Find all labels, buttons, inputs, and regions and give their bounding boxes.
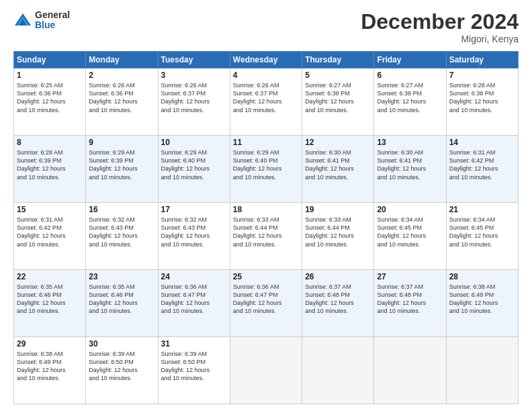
day-info: Sunrise: 6:37 AMSunset: 6:48 PMDaylight:… xyxy=(377,283,426,314)
title-area: December 2024 Migori, Kenya xyxy=(361,10,519,44)
calendar-week-row: 15 Sunrise: 6:31 AMSunset: 6:42 PMDaylig… xyxy=(14,203,519,270)
day-info: Sunrise: 6:33 AMSunset: 6:44 PMDaylight:… xyxy=(305,216,354,247)
day-number: 10 xyxy=(161,138,227,147)
day-info: Sunrise: 6:29 AMSunset: 6:40 PMDaylight:… xyxy=(233,149,282,180)
table-row: 12 Sunrise: 6:30 AMSunset: 6:41 PMDaylig… xyxy=(302,136,374,203)
table-row: 20 Sunrise: 6:34 AMSunset: 6:45 PMDaylig… xyxy=(374,203,446,270)
day-info: Sunrise: 6:36 AMSunset: 6:47 PMDaylight:… xyxy=(233,283,282,314)
day-info: Sunrise: 6:28 AMSunset: 6:39 PMDaylight:… xyxy=(17,149,66,180)
day-number: 3 xyxy=(161,71,227,80)
day-info: Sunrise: 6:26 AMSunset: 6:37 PMDaylight:… xyxy=(233,82,282,113)
table-row xyxy=(230,337,302,404)
day-info: Sunrise: 6:35 AMSunset: 6:46 PMDaylight:… xyxy=(89,283,138,314)
day-number: 24 xyxy=(161,272,227,281)
month-title: December 2024 xyxy=(361,10,519,34)
day-info: Sunrise: 6:33 AMSunset: 6:44 PMDaylight:… xyxy=(233,216,282,247)
table-row: 22 Sunrise: 6:35 AMSunset: 6:46 PMDaylig… xyxy=(14,270,86,337)
day-info: Sunrise: 6:29 AMSunset: 6:39 PMDaylight:… xyxy=(89,149,138,180)
table-row: 8 Sunrise: 6:28 AMSunset: 6:39 PMDayligh… xyxy=(14,136,86,203)
table-row: 1 Sunrise: 6:25 AMSunset: 6:36 PMDayligh… xyxy=(14,68,86,136)
day-number: 26 xyxy=(305,272,371,281)
table-row: 14 Sunrise: 6:31 AMSunset: 6:42 PMDaylig… xyxy=(446,136,518,203)
day-info: Sunrise: 6:32 AMSunset: 6:43 PMDaylight:… xyxy=(161,216,210,247)
day-info: Sunrise: 6:31 AMSunset: 6:42 PMDaylight:… xyxy=(449,149,498,180)
day-info: Sunrise: 6:36 AMSunset: 6:47 PMDaylight:… xyxy=(161,283,210,314)
table-row: 29 Sunrise: 6:38 AMSunset: 6:49 PMDaylig… xyxy=(14,337,86,404)
day-number: 30 xyxy=(89,339,154,349)
table-row: 5 Sunrise: 6:27 AMSunset: 6:38 PMDayligh… xyxy=(302,68,374,136)
day-number: 4 xyxy=(233,71,299,80)
table-row: 30 Sunrise: 6:39 AMSunset: 6:50 PMDaylig… xyxy=(86,337,158,404)
table-row: 4 Sunrise: 6:26 AMSunset: 6:37 PMDayligh… xyxy=(230,68,302,136)
day-info: Sunrise: 6:34 AMSunset: 6:45 PMDaylight:… xyxy=(377,216,426,247)
table-row: 16 Sunrise: 6:32 AMSunset: 6:43 PMDaylig… xyxy=(86,203,158,270)
table-row: 26 Sunrise: 6:37 AMSunset: 6:48 PMDaylig… xyxy=(302,270,374,337)
col-friday: Friday xyxy=(374,52,446,68)
table-row: 24 Sunrise: 6:36 AMSunset: 6:47 PMDaylig… xyxy=(158,270,230,337)
day-info: Sunrise: 6:30 AMSunset: 6:41 PMDaylight:… xyxy=(377,149,426,180)
day-number: 18 xyxy=(233,205,299,214)
day-number: 8 xyxy=(17,138,83,147)
day-number: 22 xyxy=(17,272,83,281)
day-info: Sunrise: 6:34 AMSunset: 6:45 PMDaylight:… xyxy=(449,216,498,247)
table-row xyxy=(446,337,518,404)
calendar-header-row: Sunday Monday Tuesday Wednesday Thursday… xyxy=(14,52,519,68)
day-info: Sunrise: 6:39 AMSunset: 6:50 PMDaylight:… xyxy=(161,351,210,381)
calendar-table: Sunday Monday Tuesday Wednesday Thursday… xyxy=(13,51,519,404)
table-row: 27 Sunrise: 6:37 AMSunset: 6:48 PMDaylig… xyxy=(374,270,446,337)
day-number: 7 xyxy=(449,71,515,80)
header: General Blue December 2024 Migori, Kenya xyxy=(13,10,519,44)
table-row: 11 Sunrise: 6:29 AMSunset: 6:40 PMDaylig… xyxy=(230,136,302,203)
day-info: Sunrise: 6:27 AMSunset: 6:38 PMDaylight:… xyxy=(305,82,354,113)
day-number: 29 xyxy=(17,339,83,349)
day-number: 23 xyxy=(89,272,154,281)
table-row: 10 Sunrise: 6:29 AMSunset: 6:40 PMDaylig… xyxy=(158,136,230,203)
day-number: 6 xyxy=(377,71,443,80)
table-row xyxy=(374,337,446,404)
col-sunday: Sunday xyxy=(14,52,86,68)
table-row xyxy=(302,337,374,404)
day-info: Sunrise: 6:25 AMSunset: 6:36 PMDaylight:… xyxy=(17,82,66,113)
table-row: 15 Sunrise: 6:31 AMSunset: 6:42 PMDaylig… xyxy=(14,203,86,270)
day-number: 15 xyxy=(17,205,83,214)
logo-icon xyxy=(13,11,32,30)
day-number: 16 xyxy=(89,205,154,214)
col-thursday: Thursday xyxy=(302,52,374,68)
day-number: 13 xyxy=(377,138,443,147)
logo: General Blue xyxy=(13,10,70,31)
table-row: 2 Sunrise: 6:26 AMSunset: 6:36 PMDayligh… xyxy=(86,68,158,136)
calendar-week-row: 22 Sunrise: 6:35 AMSunset: 6:46 PMDaylig… xyxy=(14,270,519,337)
day-info: Sunrise: 6:30 AMSunset: 6:41 PMDaylight:… xyxy=(305,149,354,180)
day-number: 9 xyxy=(89,138,154,147)
table-row: 7 Sunrise: 6:28 AMSunset: 6:38 PMDayligh… xyxy=(446,68,518,136)
logo-blue: Blue xyxy=(35,20,70,30)
day-number: 20 xyxy=(377,205,443,214)
table-row: 17 Sunrise: 6:32 AMSunset: 6:43 PMDaylig… xyxy=(158,203,230,270)
table-row: 31 Sunrise: 6:39 AMSunset: 6:50 PMDaylig… xyxy=(158,337,230,404)
col-wednesday: Wednesday xyxy=(230,52,302,68)
calendar-week-row: 8 Sunrise: 6:28 AMSunset: 6:39 PMDayligh… xyxy=(14,136,519,203)
day-info: Sunrise: 6:32 AMSunset: 6:43 PMDaylight:… xyxy=(89,216,138,247)
table-row: 25 Sunrise: 6:36 AMSunset: 6:47 PMDaylig… xyxy=(230,270,302,337)
day-info: Sunrise: 6:26 AMSunset: 6:37 PMDaylight:… xyxy=(161,82,210,113)
table-row: 28 Sunrise: 6:38 AMSunset: 6:49 PMDaylig… xyxy=(446,270,518,337)
day-number: 25 xyxy=(233,272,299,281)
day-number: 19 xyxy=(305,205,371,214)
day-number: 17 xyxy=(161,205,227,214)
table-row: 23 Sunrise: 6:35 AMSunset: 6:46 PMDaylig… xyxy=(86,270,158,337)
day-number: 5 xyxy=(305,71,371,80)
calendar-week-row: 1 Sunrise: 6:25 AMSunset: 6:36 PMDayligh… xyxy=(14,68,519,136)
logo-general: General xyxy=(35,10,70,20)
table-row: 6 Sunrise: 6:27 AMSunset: 6:38 PMDayligh… xyxy=(374,68,446,136)
day-info: Sunrise: 6:27 AMSunset: 6:38 PMDaylight:… xyxy=(377,82,426,113)
calendar-week-row: 29 Sunrise: 6:38 AMSunset: 6:49 PMDaylig… xyxy=(14,337,519,404)
day-number: 2 xyxy=(89,71,154,80)
day-number: 21 xyxy=(449,205,515,214)
col-tuesday: Tuesday xyxy=(158,52,230,68)
day-info: Sunrise: 6:28 AMSunset: 6:38 PMDaylight:… xyxy=(449,82,498,113)
table-row: 13 Sunrise: 6:30 AMSunset: 6:41 PMDaylig… xyxy=(374,136,446,203)
day-number: 14 xyxy=(449,138,515,147)
day-number: 1 xyxy=(17,71,83,80)
day-number: 28 xyxy=(449,272,515,281)
day-info: Sunrise: 6:38 AMSunset: 6:49 PMDaylight:… xyxy=(449,283,498,314)
